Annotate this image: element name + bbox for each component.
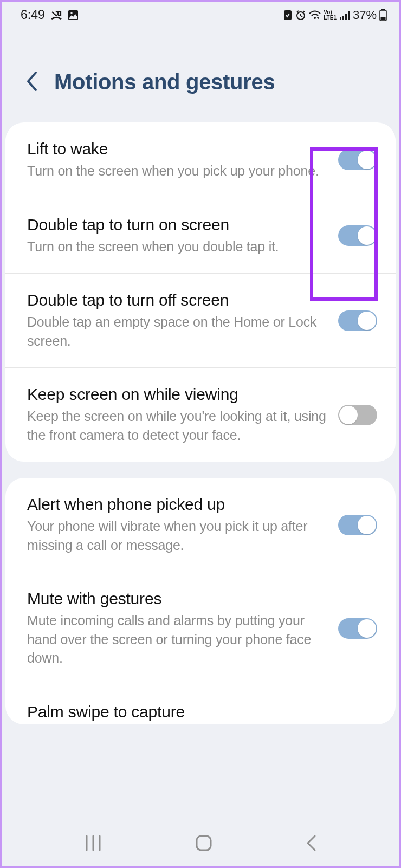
- system-icon: [283, 10, 293, 21]
- back-button[interactable]: [305, 834, 317, 852]
- setting-text: Lift to wake Turn on the screen when you…: [27, 140, 327, 180]
- status-right: Vo)LTE1 37%: [283, 8, 387, 22]
- setting-title: Alert when phone picked up: [27, 495, 327, 514]
- status-time: 6:49: [21, 8, 45, 22]
- settings-group-1: Lift to wake Turn on the screen when you…: [5, 122, 396, 462]
- volte-icon: Vo)LTE1: [324, 10, 337, 21]
- setting-double-tap-on[interactable]: Double tap to turn on screen Turn on the…: [5, 198, 396, 274]
- battery-icon: [379, 9, 387, 21]
- back-icon[interactable]: [25, 70, 39, 94]
- setting-desc: Mute incoming calls and alarms by puttin…: [27, 611, 327, 668]
- page-header: Motions and gestures: [0, 28, 401, 122]
- status-left: 6:49: [21, 8, 79, 22]
- setting-title: Double tap to turn off screen: [27, 291, 327, 309]
- settings-group-2: Alert when phone picked up Your phone wi…: [5, 478, 396, 724]
- setting-text: Palm swipe to capture: [27, 703, 377, 724]
- signal-icon: [339, 10, 350, 20]
- setting-desc: Double tap an empty space on the Home or…: [27, 313, 327, 350]
- battery-text: 37%: [353, 8, 377, 22]
- toggle-lift-to-wake[interactable]: [338, 150, 377, 170]
- toggle-double-tap-off[interactable]: [338, 310, 377, 331]
- setting-text: Keep screen on while viewing Keep the sc…: [27, 385, 327, 444]
- setting-palm-swipe[interactable]: Palm swipe to capture: [5, 685, 396, 724]
- svg-point-4: [314, 17, 316, 19]
- toggle-mute-gestures[interactable]: [338, 618, 377, 639]
- navigation-bar: [0, 818, 401, 868]
- recents-button[interactable]: [84, 835, 102, 851]
- setting-title: Palm swipe to capture: [27, 703, 377, 721]
- setting-title: Mute with gestures: [27, 590, 327, 608]
- home-button[interactable]: [195, 834, 212, 852]
- setting-lift-to-wake[interactable]: Lift to wake Turn on the screen when you…: [5, 122, 396, 198]
- svg-rect-11: [381, 17, 386, 20]
- setting-text: Double tap to turn off screen Double tap…: [27, 291, 327, 350]
- setting-title: Keep screen on while viewing: [27, 385, 327, 404]
- toggle-double-tap-on[interactable]: [338, 225, 377, 246]
- svg-rect-7: [345, 14, 347, 20]
- setting-desc: Keep the screen on while you're looking …: [27, 407, 327, 444]
- setting-mute-gestures[interactable]: Mute with gestures Mute incoming calls a…: [5, 572, 396, 685]
- svg-rect-6: [342, 16, 344, 20]
- alarm-icon: [295, 10, 306, 21]
- setting-desc: Turn on the screen when you double tap i…: [27, 237, 327, 256]
- page-title: Motions and gestures: [54, 70, 275, 94]
- setting-desc: Turn on the screen when you pick up your…: [27, 161, 327, 180]
- setting-desc: Your phone will vibrate when you pick it…: [27, 517, 327, 554]
- toggle-keep-screen-on[interactable]: [338, 405, 377, 425]
- setting-title: Double tap to turn on screen: [27, 216, 327, 234]
- svg-rect-5: [340, 17, 341, 20]
- setting-keep-screen-on[interactable]: Keep screen on while viewing Keep the sc…: [5, 368, 396, 462]
- toggle-alert-pickup[interactable]: [338, 515, 377, 535]
- setting-title: Lift to wake: [27, 140, 327, 158]
- wifi-icon: [309, 10, 321, 20]
- setting-alert-pickup[interactable]: Alert when phone picked up Your phone wi…: [5, 478, 396, 572]
- setting-text: Double tap to turn on screen Turn on the…: [27, 216, 327, 256]
- setting-double-tap-off[interactable]: Double tap to turn off screen Double tap…: [5, 274, 396, 368]
- missed-call-icon: [50, 10, 62, 20]
- setting-text: Mute with gestures Mute incoming calls a…: [27, 590, 327, 668]
- svg-rect-15: [197, 836, 211, 850]
- setting-text: Alert when phone picked up Your phone wi…: [27, 495, 327, 554]
- svg-rect-8: [348, 11, 350, 20]
- gallery-icon: [68, 10, 79, 21]
- svg-point-1: [70, 12, 72, 14]
- status-bar: 6:49 Vo)LTE1 37%: [0, 0, 401, 28]
